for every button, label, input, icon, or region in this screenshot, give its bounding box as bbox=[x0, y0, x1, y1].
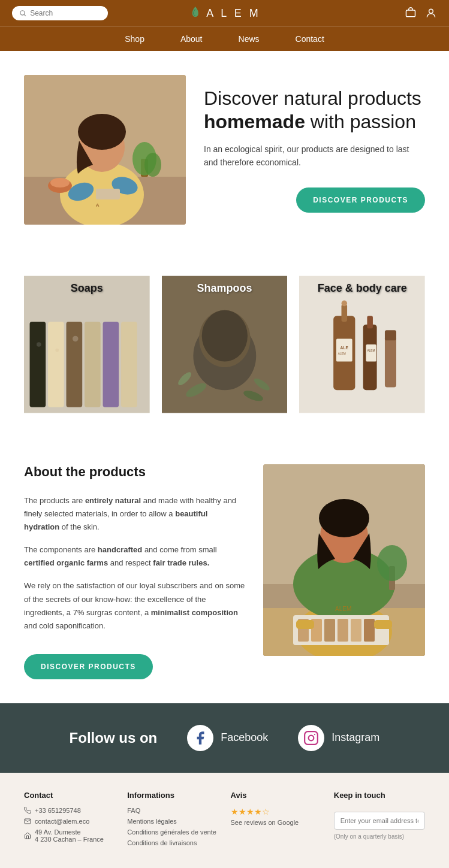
user-icon[interactable] bbox=[425, 7, 437, 19]
footer-conditions-livraison[interactable]: Conditions de livraisons bbox=[127, 839, 218, 846]
newsletter-note: (Only on a quarterly basis) bbox=[334, 833, 425, 840]
header: A L E M bbox=[0, 0, 449, 26]
svg-rect-20 bbox=[48, 322, 64, 407]
about-paragraph3: We rely on the satisfaction of our loyal… bbox=[24, 579, 245, 632]
instagram-link[interactable]: Instagram bbox=[298, 725, 379, 751]
footer-address: 49 Av. Dumeste4 230 Cachan – France bbox=[24, 828, 115, 843]
hero-title: Discover natural products homemade with … bbox=[204, 87, 425, 133]
logo-icon bbox=[188, 5, 201, 21]
email-icon bbox=[24, 818, 31, 825]
svg-rect-44 bbox=[367, 316, 373, 328]
svg-point-26 bbox=[55, 349, 59, 352]
svg-rect-59 bbox=[324, 619, 335, 642]
footer-email: contact@alem.eco bbox=[24, 818, 115, 825]
logo: A L E M bbox=[188, 5, 260, 21]
logo-text: A L E M bbox=[206, 7, 260, 20]
svg-line-1 bbox=[24, 14, 26, 16]
svg-point-69 bbox=[309, 736, 314, 741]
svg-rect-62 bbox=[364, 619, 375, 642]
svg-point-8 bbox=[78, 114, 126, 150]
category-soaps[interactable]: Soaps bbox=[24, 273, 150, 416]
footer-faq[interactable]: FAQ bbox=[127, 807, 218, 814]
svg-point-55 bbox=[319, 499, 369, 537]
instagram-label: Instagram bbox=[332, 731, 379, 744]
svg-point-25 bbox=[37, 342, 41, 347]
category-soaps-label: Soaps bbox=[71, 282, 103, 295]
svg-point-31 bbox=[201, 310, 247, 362]
svg-rect-21 bbox=[67, 322, 83, 407]
svg-point-0 bbox=[20, 11, 25, 15]
footer: Contact +33 651295748 contact@alem.eco 4… bbox=[0, 773, 449, 868]
footer-see-reviews[interactable]: See reviews on Google bbox=[231, 819, 322, 826]
facebook-label: Facebook bbox=[221, 731, 268, 744]
hero-image: A bbox=[24, 75, 186, 225]
footer-keep-touch-title: Keep in touch bbox=[334, 791, 425, 800]
hero-content: Discover natural products homemade with … bbox=[204, 87, 425, 213]
search-bar[interactable] bbox=[12, 6, 108, 20]
facebook-icon bbox=[187, 725, 213, 751]
discover-products-button[interactable]: DISCOVER PRODUCTS bbox=[296, 187, 425, 213]
svg-point-27 bbox=[73, 336, 79, 342]
cart-icon[interactable] bbox=[405, 7, 417, 19]
svg-text:A: A bbox=[96, 202, 100, 208]
footer-contact: Contact +33 651295748 contact@alem.eco 4… bbox=[24, 791, 115, 850]
svg-rect-48 bbox=[385, 330, 396, 340]
svg-rect-22 bbox=[85, 322, 101, 407]
svg-rect-19 bbox=[30, 322, 46, 407]
footer-info-title: Informations bbox=[127, 791, 218, 800]
about-section: About the products The products are enti… bbox=[0, 440, 449, 703]
category-face-body[interactable]: ALE ALEM ALEM Face & body care bbox=[299, 273, 425, 416]
svg-point-39 bbox=[342, 301, 348, 307]
svg-point-3 bbox=[429, 9, 433, 13]
address-icon bbox=[24, 832, 31, 839]
navigation: Shop About News Contact bbox=[0, 26, 449, 51]
svg-text:ALEM: ALEM bbox=[367, 349, 375, 352]
svg-point-70 bbox=[314, 734, 315, 735]
about-discover-button[interactable]: DISCOVER PRODUCTS bbox=[24, 654, 153, 679]
footer-phone: +33 651295748 bbox=[24, 807, 115, 814]
svg-rect-16 bbox=[96, 189, 120, 199]
hero-section: A Discover natural products homemade wit… bbox=[0, 51, 449, 249]
svg-rect-61 bbox=[351, 619, 361, 642]
svg-rect-65 bbox=[374, 620, 392, 629]
category-shampoos-label: Shampoos bbox=[197, 282, 252, 295]
nav-shop[interactable]: Shop bbox=[125, 34, 144, 44]
footer-conditions-vente[interactable]: Conditions générales de vente bbox=[127, 828, 218, 836]
category-face-body-label: Face & body care bbox=[318, 282, 407, 295]
footer-mentions[interactable]: Mentions légales bbox=[127, 818, 218, 825]
newsletter-input[interactable] bbox=[334, 812, 425, 830]
category-shampoos[interactable]: Shampoos bbox=[162, 273, 288, 416]
follow-title: Follow us on bbox=[70, 730, 158, 746]
about-title: About the products bbox=[24, 464, 245, 480]
svg-rect-45 bbox=[366, 344, 376, 362]
svg-rect-38 bbox=[342, 304, 348, 322]
hero-description: In an ecological spirit, our products ar… bbox=[204, 143, 425, 170]
nav-news[interactable]: News bbox=[239, 34, 260, 44]
footer-newsletter: Keep in touch (Only on a quarterly basis… bbox=[334, 791, 425, 850]
svg-rect-40 bbox=[336, 338, 352, 361]
footer-avis: Avis ★★★★☆ See reviews on Google bbox=[231, 791, 322, 850]
categories-section: Soaps Shampoos ALE ALEM bbox=[0, 249, 449, 440]
svg-text:ALEM: ALEM bbox=[338, 352, 346, 355]
search-input[interactable] bbox=[30, 9, 101, 17]
facebook-link[interactable]: Facebook bbox=[187, 725, 268, 751]
svg-rect-64 bbox=[296, 620, 314, 629]
header-icons bbox=[405, 7, 437, 19]
nav-about[interactable]: About bbox=[180, 34, 203, 44]
search-icon bbox=[19, 9, 26, 17]
star-rating: ★★★★☆ bbox=[231, 807, 322, 816]
svg-rect-24 bbox=[121, 322, 137, 407]
svg-text:ALE: ALE bbox=[340, 346, 349, 350]
svg-rect-36 bbox=[299, 276, 425, 413]
nav-contact[interactable]: Contact bbox=[296, 34, 324, 44]
about-image: ALEM bbox=[263, 464, 425, 656]
svg-text:ALEM: ALEM bbox=[335, 606, 351, 612]
svg-point-15 bbox=[50, 178, 70, 187]
svg-rect-60 bbox=[337, 619, 348, 642]
svg-point-13 bbox=[144, 153, 161, 177]
follow-section: Follow us on Facebook Instagram bbox=[0, 703, 449, 773]
svg-point-67 bbox=[377, 545, 407, 581]
footer-info: Informations FAQ Mentions légales Condit… bbox=[127, 791, 218, 850]
svg-rect-23 bbox=[103, 322, 119, 407]
about-paragraph1: The products are entirely natural and ma… bbox=[24, 494, 245, 534]
